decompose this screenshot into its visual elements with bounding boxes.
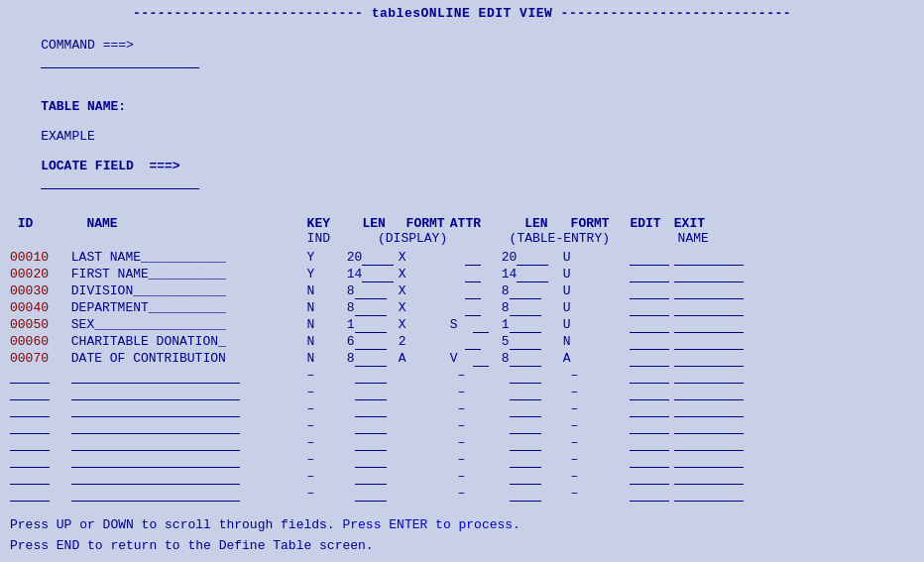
blank-len-d-input[interactable] xyxy=(355,469,387,485)
exit-input[interactable] xyxy=(674,334,744,350)
blank-len-t-input[interactable] xyxy=(510,401,541,417)
command-input[interactable] xyxy=(41,53,199,68)
row-id: 00050 xyxy=(10,317,63,332)
blank-len-d-input[interactable] xyxy=(355,368,387,384)
blank-exit-input[interactable] xyxy=(674,452,744,468)
attr-input[interactable] xyxy=(465,250,481,266)
row-exit xyxy=(666,334,746,350)
blank-len-t-input[interactable] xyxy=(510,435,541,451)
blank-id-input[interactable] xyxy=(10,486,50,502)
len-table-input[interactable] xyxy=(510,317,541,333)
row-key: N xyxy=(291,283,339,298)
blank-id-input[interactable] xyxy=(10,452,50,468)
exit-input[interactable] xyxy=(674,351,744,367)
len-table-input[interactable] xyxy=(510,334,541,350)
blank-name-input[interactable] xyxy=(71,368,240,384)
attr-input[interactable] xyxy=(473,317,489,333)
exit-input[interactable] xyxy=(674,283,744,299)
len-table-input[interactable] xyxy=(517,267,548,282)
len-display-input[interactable] xyxy=(355,300,387,316)
exit-input[interactable] xyxy=(674,250,744,266)
len-display-input[interactable] xyxy=(355,317,387,333)
blank-dash3: – xyxy=(571,435,579,450)
blank-id-input[interactable] xyxy=(10,418,50,434)
blank-len-t-input[interactable] xyxy=(510,385,541,400)
exit-input[interactable] xyxy=(674,300,744,316)
blank-id-input[interactable] xyxy=(10,385,50,400)
blank-name-input[interactable] xyxy=(71,435,240,451)
blank-len-d-input[interactable] xyxy=(355,486,387,502)
blank-name-input[interactable] xyxy=(71,452,240,468)
blank-edit-input[interactable] xyxy=(630,385,669,400)
len-display-input[interactable] xyxy=(355,351,387,367)
len-table-input[interactable] xyxy=(510,300,541,316)
attr-input[interactable] xyxy=(473,351,489,367)
blank-len-t-input[interactable] xyxy=(510,368,541,384)
blank-name-input[interactable] xyxy=(71,469,240,485)
blank-len-d-input[interactable] xyxy=(355,452,387,468)
table-row: 00030 DIVISION____________ N 8 X 8 U xyxy=(10,283,914,299)
blank-len-t-input[interactable] xyxy=(510,418,541,434)
blank-edit-input[interactable] xyxy=(630,486,669,502)
len-display-input[interactable] xyxy=(362,267,394,282)
blank-id-input[interactable] xyxy=(10,469,50,485)
blank-row: – – – xyxy=(10,435,914,451)
exit-input[interactable] xyxy=(674,317,744,333)
blank-len-d-input[interactable] xyxy=(355,385,387,400)
blank-name-input[interactable] xyxy=(71,385,240,400)
len-display-input[interactable] xyxy=(355,334,387,350)
blank-len-t-input[interactable] xyxy=(510,486,541,502)
edit-input[interactable] xyxy=(630,334,669,350)
blank-len-d-input[interactable] xyxy=(355,435,387,451)
len-table-input[interactable] xyxy=(510,283,541,299)
edit-input[interactable] xyxy=(630,351,669,367)
blank-id-input[interactable] xyxy=(10,401,50,417)
blank-len-d-input[interactable] xyxy=(355,401,387,417)
len-table-input[interactable] xyxy=(510,351,541,367)
blank-exit-input[interactable] xyxy=(674,401,744,417)
blank-len-d-input[interactable] xyxy=(355,418,387,434)
attr-input[interactable] xyxy=(465,283,481,299)
blank-exit-input[interactable] xyxy=(674,435,744,451)
blank-exit-input[interactable] xyxy=(674,486,744,502)
blank-len-t-input[interactable] xyxy=(510,452,541,468)
len-table-input[interactable] xyxy=(517,250,548,266)
blank-name-input[interactable] xyxy=(71,401,240,417)
table-row: 00070 DATE OF CONTRIBUTION N 8 A V 8 A xyxy=(10,351,914,367)
row-formt-d: 2 xyxy=(391,334,442,349)
blank-exit-input[interactable] xyxy=(674,385,744,400)
attr-input[interactable] xyxy=(465,300,481,316)
blank-exit-input[interactable] xyxy=(674,368,744,384)
blank-edit-input[interactable] xyxy=(630,435,669,451)
blank-name-input[interactable] xyxy=(71,418,240,434)
attr-input[interactable] xyxy=(465,334,481,350)
edit-input[interactable] xyxy=(630,300,669,316)
blank-id-input[interactable] xyxy=(10,435,50,451)
len-display-input[interactable] xyxy=(355,283,387,299)
blank-exit-input[interactable] xyxy=(674,418,744,434)
blank-id-input[interactable] xyxy=(10,368,50,384)
edit-input[interactable] xyxy=(630,250,669,266)
row-formt-t: U xyxy=(555,283,607,298)
footer-line2-pre: Press END to return to the Define Table … xyxy=(10,538,374,553)
row-len-t: 8 xyxy=(494,283,555,299)
blank-edit-input[interactable] xyxy=(630,418,669,434)
blank-edit-input[interactable] xyxy=(630,469,669,485)
blank-dash2: – xyxy=(458,418,466,433)
len-display-input[interactable] xyxy=(362,250,394,266)
blank-dash2: – xyxy=(458,452,466,467)
edit-input[interactable] xyxy=(630,283,669,299)
exit-input[interactable] xyxy=(674,267,744,282)
blank-edit-input[interactable] xyxy=(630,452,669,468)
row-exit xyxy=(666,300,746,316)
blank-exit-input[interactable] xyxy=(674,469,744,485)
locate-input[interactable] xyxy=(41,173,199,189)
blank-edit-input[interactable] xyxy=(630,368,669,384)
edit-input[interactable] xyxy=(630,317,669,333)
row-exit xyxy=(666,283,746,299)
blank-edit-input[interactable] xyxy=(630,401,669,417)
edit-input[interactable] xyxy=(630,267,669,282)
blank-name-input[interactable] xyxy=(71,486,240,502)
attr-input[interactable] xyxy=(465,267,481,282)
blank-len-t-input[interactable] xyxy=(510,469,541,485)
